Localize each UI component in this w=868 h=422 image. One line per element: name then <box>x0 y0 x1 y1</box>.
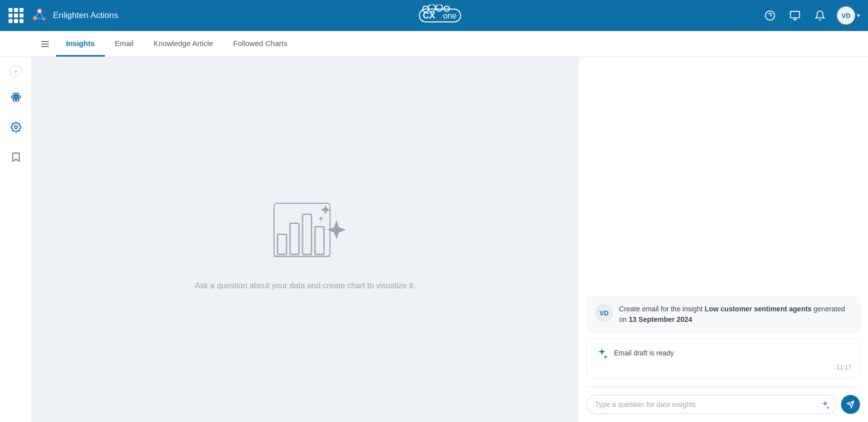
chart-empty-state: Ask a question about your data and creat… <box>194 189 415 290</box>
brand-icon <box>30 6 49 25</box>
collapse-sidebar-button[interactable]: › <box>10 65 22 77</box>
help-button[interactable] <box>762 8 778 24</box>
svg-text:one: one <box>443 11 457 20</box>
user-message-text: Create email for the insight Low custome… <box>619 304 852 325</box>
chevron-down-icon: ▾ <box>857 12 860 19</box>
chart-empty-text: Ask a question about your data and creat… <box>194 281 415 290</box>
svg-point-22 <box>15 96 17 98</box>
ai-chat-message: Email draft is ready 11:17 <box>586 338 860 378</box>
ai-sparkle-icon <box>595 346 609 360</box>
svg-rect-16 <box>790 12 800 18</box>
svg-rect-30 <box>315 227 324 254</box>
tab-followed-charts[interactable]: Followed Charts <box>223 31 297 57</box>
hamburger-menu-button[interactable] <box>40 39 50 49</box>
tab-email[interactable]: Email <box>105 31 144 57</box>
cx-logo: CX one <box>418 5 462 27</box>
svg-point-12 <box>436 5 443 11</box>
chat-messages: VD Create email for the insight Low cust… <box>578 57 868 386</box>
user-message-avatar: VD <box>595 304 613 322</box>
chat-input-wrapper <box>586 395 837 414</box>
chat-input[interactable] <box>586 395 837 414</box>
left-sidebar: › <box>0 57 32 422</box>
main-layout: › <box>0 57 868 422</box>
ai-message-text: Email draft is ready <box>614 349 674 357</box>
input-sparkle-icon <box>820 399 830 409</box>
chat-panel: VD Create email for the insight Low cust… <box>578 57 868 422</box>
top-navigation: Enlighten Actions CX one <box>0 0 868 31</box>
user-avatar-dropdown[interactable]: VD ▾ <box>837 7 860 25</box>
user-chat-message: VD Create email for the insight Low cust… <box>586 296 860 332</box>
chart-panel: Ask a question about your data and creat… <box>32 57 578 422</box>
bell-button[interactable] <box>812 8 828 24</box>
chevron-right-icon: › <box>15 68 17 74</box>
send-button[interactable] <box>841 395 860 414</box>
svg-rect-27 <box>278 234 286 254</box>
user-avatar: VD <box>837 7 855 25</box>
svg-rect-28 <box>290 223 299 254</box>
chat-input-area <box>578 387 868 422</box>
tab-knowledge-article[interactable]: Knowledge Article <box>144 31 223 57</box>
atom-icon-button[interactable] <box>6 87 26 107</box>
chart-empty-icon <box>265 189 345 269</box>
content-area: Ask a question about your data and creat… <box>32 57 868 422</box>
message-timestamp: 11:17 <box>595 364 852 371</box>
grid-menu-button[interactable] <box>8 8 24 24</box>
grid-icon <box>8 8 24 23</box>
monitor-button[interactable] <box>787 8 803 24</box>
brand-name-text: Enlighten Actions <box>53 11 118 21</box>
brand-logo: Enlighten Actions <box>30 6 118 25</box>
svg-point-26 <box>14 126 18 129</box>
tab-insights[interactable]: Insights <box>56 31 105 57</box>
svg-point-6 <box>38 10 41 13</box>
tabs-bar: Insights Email Knowledge Article Followe… <box>0 31 868 57</box>
svg-rect-29 <box>302 214 312 254</box>
settings-icon-button[interactable] <box>6 117 26 137</box>
bookmark-icon-button[interactable] <box>6 147 26 167</box>
